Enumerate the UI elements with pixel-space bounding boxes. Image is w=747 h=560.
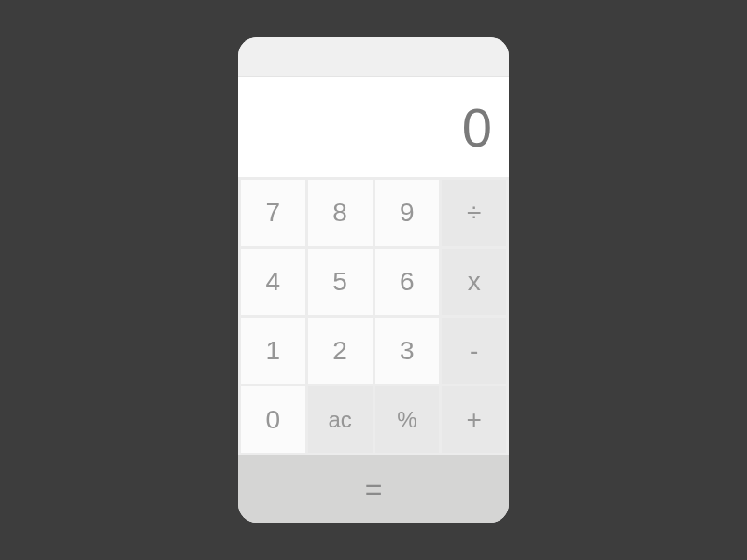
display-value: 0	[462, 96, 492, 159]
key-3[interactable]: 3	[375, 318, 440, 385]
calculator: 0 7 8 9 ÷ 4 5 6 x 1 2 3 - 0 ac % + =	[238, 37, 509, 523]
keypad: 7 8 9 ÷ 4 5 6 x 1 2 3 - 0 ac % +	[238, 177, 509, 455]
key-2[interactable]: 2	[308, 318, 373, 385]
key-percent[interactable]: %	[375, 386, 440, 453]
key-1[interactable]: 1	[241, 318, 305, 385]
key-4[interactable]: 4	[241, 249, 305, 315]
key-subtract[interactable]: -	[442, 318, 506, 385]
key-add[interactable]: +	[442, 386, 506, 453]
key-equals[interactable]: =	[238, 455, 509, 523]
key-6[interactable]: 6	[375, 249, 440, 315]
key-5[interactable]: 5	[308, 249, 373, 315]
key-9[interactable]: 9	[375, 180, 440, 246]
key-divide[interactable]: ÷	[442, 180, 506, 246]
key-7[interactable]: 7	[241, 180, 305, 246]
key-8[interactable]: 8	[308, 180, 373, 246]
display: 0	[238, 77, 509, 177]
key-clear[interactable]: ac	[308, 386, 373, 453]
status-bar	[238, 37, 509, 77]
key-0[interactable]: 0	[241, 386, 305, 453]
key-multiply[interactable]: x	[442, 249, 506, 315]
